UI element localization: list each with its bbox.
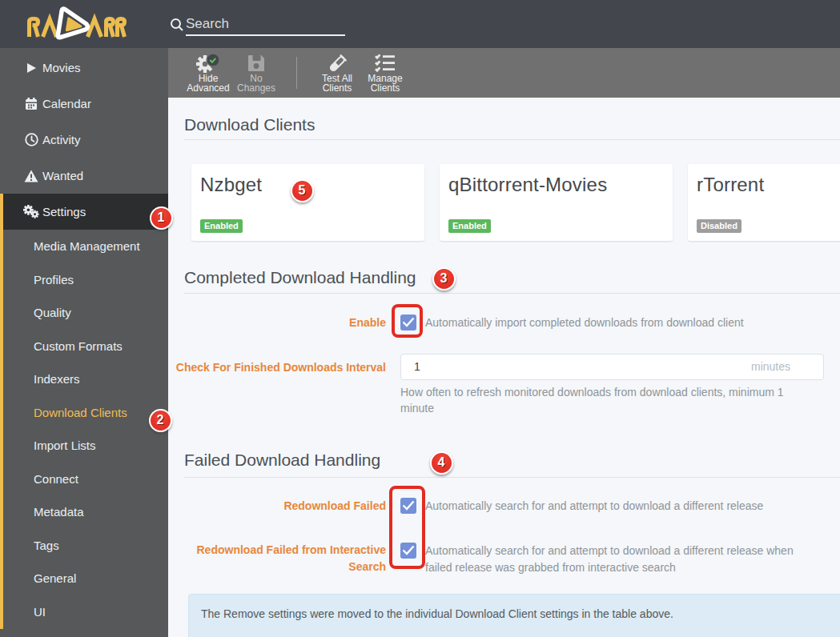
svg-text:4: 4 xyxy=(437,455,444,469)
svg-text:3: 3 xyxy=(440,271,447,285)
svg-text:1: 1 xyxy=(157,210,164,224)
svg-text:5: 5 xyxy=(298,183,305,197)
svg-text:2: 2 xyxy=(157,413,164,427)
